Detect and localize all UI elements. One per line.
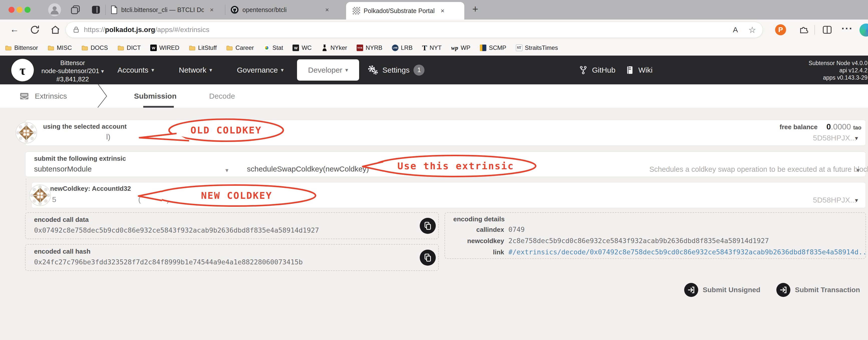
copy-call-data-button[interactable] (420, 218, 436, 234)
version-info: Subtensor Node v4.0.0 api v12.4.2 apps v… (809, 60, 868, 81)
chain-info[interactable]: Bittensor node-subtensor/201 ▾ #3,841,82… (37, 59, 108, 83)
method-select[interactable]: scheduleSwapColdkey(newColdkey) (247, 165, 369, 173)
bookmark-scmp[interactable]: SCMP (480, 44, 506, 51)
signin-icon (684, 283, 698, 297)
extensions-puzzle-icon[interactable] (798, 25, 809, 35)
page-tab-strip: Extrinsics Submission Decode (0, 84, 868, 107)
tab-groups-icon[interactable] (70, 4, 81, 15)
profile-avatar[interactable] (48, 3, 62, 17)
bookmark-litstuff[interactable]: LitStuff (189, 44, 217, 51)
module-select[interactable]: subtensorModule (34, 165, 92, 173)
bookmark-wp[interactable]: wpWP (451, 44, 470, 51)
tab-decode[interactable]: Decode (209, 84, 235, 107)
bookmark-lrb[interactable]: LRBLRB (392, 44, 413, 51)
free-balance-value: 0.0000 tao (827, 122, 862, 131)
account-name-redacted[interactable]: l) (106, 133, 111, 141)
folder-icon (118, 44, 124, 51)
bittensor-logo[interactable]: τ (11, 59, 34, 81)
bookmark-nyt[interactable]: TNYT (422, 43, 441, 52)
split-screen-icon[interactable] (822, 25, 832, 35)
sidebar-toggle-icon[interactable] (91, 4, 101, 15)
copilot-icon[interactable] (860, 24, 868, 36)
nav-settings[interactable]: Settings 1 (367, 56, 425, 84)
copy-call-hash-button[interactable] (420, 250, 436, 266)
favorite-star-icon[interactable]: ☆ (748, 25, 756, 35)
bookmark-dict[interactable]: DICT (118, 44, 141, 51)
nav-accounts[interactable]: Accounts▾ (118, 56, 154, 84)
account-identicon[interactable] (15, 122, 37, 144)
caret-down-icon: ▾ (345, 67, 348, 73)
nav-governance[interactable]: Governance▾ (237, 56, 283, 84)
tab-btcli-docs[interactable]: btcli.bittensor_cli — BTCLI Docs × (110, 0, 223, 20)
signin-icon (776, 283, 790, 297)
gear-icon (367, 65, 378, 75)
newcoldkey-value-prefix[interactable]: 5 (52, 195, 56, 204)
submit-unsigned-button[interactable]: Submit Unsigned (684, 283, 760, 297)
tab-polkadot-portal[interactable]: Polkadot/Substrate Portal × (346, 2, 464, 20)
newcoldkey-label: newColdkey: AccountId32 (50, 185, 131, 192)
submit-transaction-button[interactable]: Submit Transaction (776, 283, 860, 297)
nav-network[interactable]: Network▾ (179, 56, 212, 84)
bookmark-stat[interactable]: Stat (264, 44, 283, 51)
free-balance-label: free balance (780, 123, 818, 131)
github-icon (230, 5, 239, 14)
method-description: Schedules a coldkey swap operation to be… (649, 165, 868, 174)
newcoldkey-identicon[interactable] (29, 184, 51, 206)
call-hash-label: encoded call hash (34, 248, 90, 255)
bookmark-wired[interactable]: WWIRED (150, 44, 179, 51)
back-icon[interactable]: ← (10, 24, 19, 35)
new-tab-button[interactable]: + (472, 3, 478, 15)
newcoldkey-dropdown-caret[interactable]: ▾ (855, 197, 858, 204)
nav-developer[interactable]: Developer▾ (297, 59, 359, 81)
module-caret[interactable]: ▾ (225, 167, 228, 174)
extrinsics-form: using the selected account l) free balan… (0, 107, 868, 340)
browser-toolbar: ← https://polkadot.js.org/apps/#/extrins… (0, 20, 868, 40)
param-indent-guide (26, 179, 26, 210)
bookmark-straitstimes[interactable]: STStraitsTimes (516, 44, 558, 51)
bookmark-nyrb[interactable]: NYRNYRB (356, 44, 382, 51)
minimize-window-button[interactable] (17, 7, 23, 13)
bookmark-misc[interactable]: MISC (48, 44, 72, 51)
account-label: using the selected account (43, 123, 127, 130)
bookmark-nyker[interactable]: NYker (321, 44, 347, 51)
call-hash-value: 0x24fc27c796be3fdd323528f7d2c84f8999b1e7… (34, 258, 303, 266)
address-bar[interactable]: https://polkadot.js.org/apps/#/extrinsic… (66, 22, 763, 38)
scmp-icon (480, 44, 486, 51)
wiki-link[interactable]: Wiki (625, 56, 653, 84)
bookmark-career[interactable]: Career (226, 44, 254, 51)
titlebar: btcli.bittensor_cli — BTCLI Docs × opent… (0, 0, 868, 20)
close-window-button[interactable] (8, 7, 14, 13)
newcoldkey-detail-label: newcoldkey (453, 237, 504, 245)
straitstimes-icon: ST (516, 44, 522, 51)
maximize-window-button[interactable] (25, 7, 31, 13)
section-title: Extrinsics (19, 84, 67, 107)
tab-divider (105, 4, 106, 15)
callindex-value: 0749 (508, 225, 525, 233)
node-name: node-subtensor/201 ▾ (37, 67, 108, 75)
wp-icon: wp (451, 44, 458, 51)
extrinsic-label: submit the following extrinsic (34, 155, 126, 162)
tab-github-btcli[interactable]: opentensor/btcli × (230, 0, 343, 20)
reader-icon[interactable]: A (733, 26, 738, 34)
close-tab-icon[interactable]: × (325, 6, 329, 14)
close-tab-icon[interactable]: × (210, 6, 214, 14)
tab-divider (225, 4, 225, 15)
extension-p-icon[interactable]: P (775, 24, 786, 35)
annotation-use-extrinsic: Use this extrinsic (355, 153, 541, 179)
reload-icon[interactable] (30, 25, 40, 35)
account-dropdown-caret[interactable]: ▾ (855, 135, 858, 142)
decode-link[interactable]: #/extrinsics/decode/0x07492c8e758dec5b9c… (508, 248, 868, 256)
bookmarks-bar: Bittensor MISC DOCS DICT WWIRED LitStuff… (0, 40, 868, 56)
bookmark-wc[interactable]: WWC (292, 44, 312, 51)
home-icon[interactable] (50, 25, 61, 35)
toolbar-divider (814, 25, 815, 35)
method-caret[interactable]: ▾ (857, 167, 860, 174)
github-link[interactable]: GitHub (579, 56, 615, 84)
tab-submission[interactable]: Submission (134, 84, 177, 107)
close-tab-icon[interactable]: × (441, 7, 444, 15)
bookmark-docs[interactable]: DOCS (82, 44, 108, 51)
newcoldkey-detail-value: 2c8e758dec5b9cd0c86e932ce5843f932acab9b2… (508, 237, 769, 245)
more-options-icon[interactable]: ··· (841, 23, 853, 34)
active-tab-underline (143, 106, 174, 107)
bookmark-bittensor[interactable]: Bittensor (5, 44, 38, 51)
